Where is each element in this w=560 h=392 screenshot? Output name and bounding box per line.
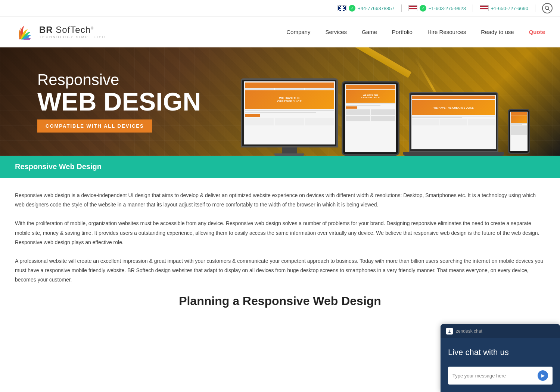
us1-flag-icon (408, 5, 417, 11)
brand-tagline: TECHNOLOGY SIMPLIFIED (39, 35, 106, 39)
nav-services[interactable]: Services (325, 29, 347, 35)
nav-game[interactable]: Game (362, 29, 377, 35)
main-content: Responsive web design is a device-indepe… (0, 178, 560, 321)
monitor-device: WE HAVE THECREATIVE JUICE (241, 78, 338, 156)
top-contact-bar: ✓ +44-7766378857 ✓ +1-603-275-9923 +1-65… (0, 0, 560, 17)
content-para-2: With the proliferation of mobile, organi… (15, 219, 545, 247)
phone-device (508, 109, 530, 154)
hero-content: Responsive WEB DESIGN COMPATIBLE WITH AL… (0, 71, 224, 133)
divider-3 (535, 4, 535, 12)
content-para-1: Responsive web design is a device-indepe… (15, 191, 545, 209)
nav-portfolio[interactable]: Portfolio (392, 29, 413, 35)
logo-area[interactable]: BR SofTech® TECHNOLOGY SIMPLIFIED (15, 21, 106, 43)
uk-flag-icon (337, 5, 346, 11)
nav-ready-to-use[interactable]: Ready to use (481, 29, 514, 35)
us1-phone-link[interactable]: +1-603-275-9923 (429, 6, 466, 11)
logo-icon (15, 21, 35, 43)
us2-contact: +1-650-727-6690 (480, 5, 528, 11)
site-header: BR SofTech® TECHNOLOGY SIMPLIFIED Compan… (0, 17, 560, 47)
us2-flag-icon (480, 5, 489, 11)
uk-contact: ✓ +44-7766378857 (337, 5, 395, 12)
uk-phone-link[interactable]: +44-7766378857 (358, 6, 395, 11)
divider-1 (401, 4, 402, 12)
page-title: Responsive Web Design (15, 162, 545, 171)
whatsapp-icon-uk: ✓ (349, 5, 355, 12)
content-para-3: A professional website will create an ex… (15, 256, 545, 285)
hero-banner: Responsive WEB DESIGN COMPATIBLE WITH AL… (0, 47, 560, 156)
divider-2 (473, 4, 473, 12)
brand-name: BR SofTech® (39, 25, 106, 35)
section-heading: Planning a Responsive Web Design (15, 294, 545, 308)
hero-line1: Responsive (37, 71, 224, 89)
whatsapp-icon-us1: ✓ (420, 5, 426, 12)
us2-phone-link[interactable]: +1-650-727-6690 (491, 6, 528, 11)
us1-contact: ✓ +1-603-275-9923 (408, 5, 466, 12)
search-icon[interactable] (542, 3, 553, 13)
logo-text-area: BR SofTech® TECHNOLOGY SIMPLIFIED (39, 25, 106, 39)
main-nav: Company Services Game Portfolio Hire Res… (286, 29, 545, 35)
laptop-device: WE HAVE THE CREATIVE JUICE (403, 92, 504, 156)
nav-company[interactable]: Company (286, 29, 310, 35)
tablet-device: WE HAVE THECREATIVE JUICE (342, 81, 399, 156)
hero-line2: WEB DESIGN (37, 89, 224, 114)
hero-badge: COMPATIBLE WITH ALL DEVICES (37, 119, 152, 133)
breadcrumb-bar: Responsive Web Design (0, 156, 560, 178)
nav-hire-resources[interactable]: Hire Resources (427, 29, 466, 35)
svg-line-1 (548, 9, 550, 11)
nav-quote[interactable]: Quote (529, 29, 545, 35)
devices-area: WE HAVE THECREATIVE JUICE (241, 78, 530, 156)
